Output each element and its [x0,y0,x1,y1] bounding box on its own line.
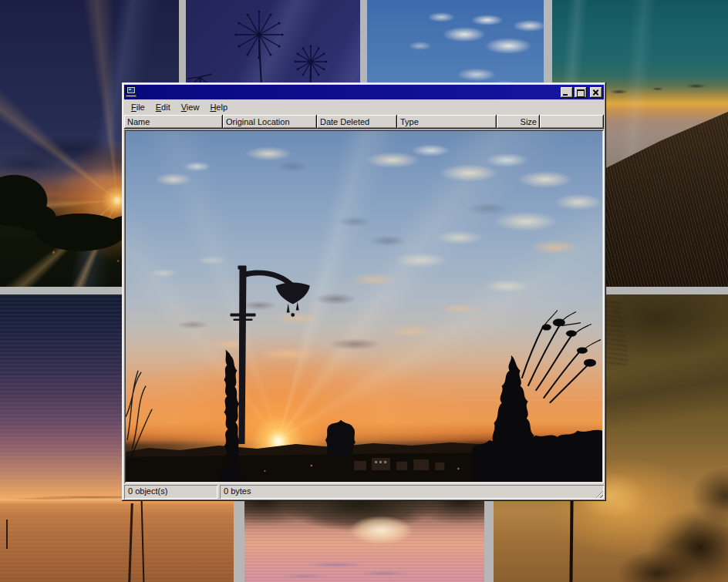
column-header-date-deleted[interactable]: Date Deleted [317,115,397,129]
silhouette-graphic [126,131,602,482]
desktop: File Edit View Help Name Original Locati… [0,0,728,582]
right-trees-silhouette [472,319,602,482]
file-list-area[interactable] [124,130,604,483]
lake-stick [6,520,8,549]
pole-silhouette [569,501,573,582]
minimize-button[interactable] [561,87,573,98]
street-lamp-silhouette [230,265,309,444]
recycle-bin-window: File Edit View Help Name Original Locati… [122,82,606,501]
close-button[interactable] [590,87,602,98]
status-byte-count: 0 bytes [220,485,604,499]
status-bar: 0 object(s) 0 bytes [124,485,604,499]
bush-silhouette [325,420,356,456]
menu-help[interactable]: Help [204,100,233,114]
lake-stick [141,500,145,582]
status-object-count: 0 object(s) [124,485,217,499]
computer-icon[interactable] [126,86,138,98]
status-bytes-label: 0 bytes [224,486,251,496]
menu-edit[interactable]: Edit [150,100,176,114]
menu-view[interactable]: View [176,100,205,114]
column-header-filler[interactable] [540,115,604,129]
lake-stick [128,503,133,582]
column-header-size[interactable]: Size [497,115,540,129]
column-header-original-location[interactable]: Original Location [223,115,317,129]
column-header-row: Name Original Location Date Deleted Type… [124,115,604,129]
column-header-name[interactable]: Name [124,115,223,129]
column-header-type[interactable]: Type [397,115,497,129]
menu-bar: File Edit View Help [124,100,604,114]
sunset-photo [126,131,602,482]
resize-grip-icon[interactable] [594,489,603,498]
titlebar[interactable] [124,85,604,99]
menu-file[interactable]: File [126,100,150,114]
maximize-button[interactable] [575,87,587,98]
